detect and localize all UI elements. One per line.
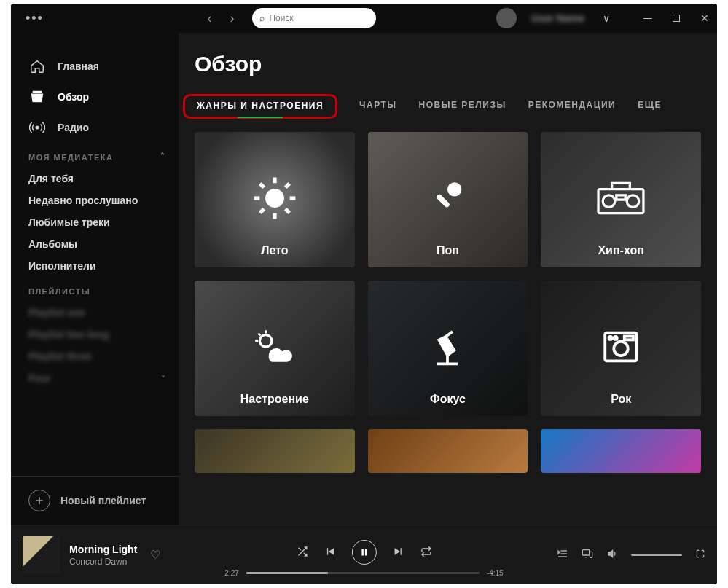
microphone-icon xyxy=(426,177,469,222)
tab-recommendations[interactable]: РЕКОМЕНДАЦИИ xyxy=(528,94,617,119)
tab-new-releases[interactable]: НОВЫЕ РЕЛИЗЫ xyxy=(419,94,506,119)
nav-back-button[interactable]: ‹ xyxy=(207,11,219,26)
nav-forward-button[interactable]: › xyxy=(230,11,241,26)
library-item-recently-played[interactable]: Недавно прослушано xyxy=(11,189,179,211)
tabs: ЖАНРЫ И НАСТРОЕНИЯ ЧАРТЫ НОВЫЕ РЕЛИЗЫ РЕ… xyxy=(195,94,701,119)
desk-lamp-icon xyxy=(427,326,468,370)
svg-rect-16 xyxy=(617,195,625,200)
svg-rect-32 xyxy=(590,552,592,557)
svg-rect-13 xyxy=(598,189,643,213)
genre-card-pop[interactable]: Поп xyxy=(368,132,528,267)
chevron-up-icon[interactable]: ˄ xyxy=(160,152,166,162)
track-title[interactable]: Morning Light xyxy=(69,544,137,555)
page-title: Обзор xyxy=(195,52,701,77)
account-menu-chevron-icon[interactable]: ∨ xyxy=(603,12,610,24)
svg-point-2 xyxy=(265,189,284,208)
window-close-button[interactable]: ✕ xyxy=(700,13,710,23)
svg-point-15 xyxy=(627,195,639,208)
album-cover[interactable] xyxy=(23,536,60,574)
queue-button[interactable] xyxy=(557,548,568,562)
tab-charts[interactable]: ЧАРТЫ xyxy=(359,94,397,119)
genre-card-label: Рок xyxy=(541,393,701,406)
playlist-item[interactable]: Playlist two long xyxy=(11,324,179,345)
search-box[interactable]: ⌕ xyxy=(252,8,376,28)
elapsed-time: 2:27 xyxy=(224,569,238,577)
library-item-for-you[interactable]: Для тебя xyxy=(11,168,179,189)
svg-rect-25 xyxy=(625,337,633,340)
svg-point-23 xyxy=(609,337,612,340)
window-maximize-button[interactable] xyxy=(671,13,681,23)
chevron-down-icon[interactable]: ˅ xyxy=(161,375,165,385)
fullscreen-button[interactable] xyxy=(695,549,705,561)
genre-card-label: Настроение xyxy=(195,393,355,406)
progress-bar[interactable] xyxy=(246,572,480,574)
new-playlist-button[interactable]: + Новый плейлист xyxy=(11,476,179,525)
library-item-artists[interactable]: Исполнители xyxy=(11,255,179,277)
shuffle-button[interactable] xyxy=(296,546,308,560)
sidebar: Главная Обзор Радио МОЯ МЕДИАТЕКА ˄ Для … xyxy=(11,33,179,525)
playlist-item[interactable]: Playlist one xyxy=(11,302,179,324)
genre-card-rock[interactable]: Рок xyxy=(541,281,701,416)
genre-card[interactable] xyxy=(541,429,701,473)
volume-bar[interactable] xyxy=(631,554,682,556)
genre-card-mood[interactable]: Настроение xyxy=(195,281,355,416)
genre-card-label: Лето xyxy=(195,244,355,257)
tab-more[interactable]: ЕЩЕ xyxy=(638,94,662,119)
avatar[interactable] xyxy=(496,8,517,28)
main-content: Обзор ЖАНРЫ И НАСТРОЕНИЯ ЧАРТЫ НОВЫЕ РЕЛ… xyxy=(179,33,717,525)
search-icon: ⌕ xyxy=(259,13,265,23)
guitar-amp-icon xyxy=(600,326,642,371)
playlists-section-title: ПЛЕЙЛИСТЫ xyxy=(11,277,179,302)
titlebar: ••• ‹ › ⌕ User Name ∨ ✕ xyxy=(11,4,717,33)
boombox-icon xyxy=(597,179,645,220)
genre-card-row-partial xyxy=(195,429,701,473)
cloud-sun-icon xyxy=(251,328,299,369)
svg-point-11 xyxy=(447,182,461,196)
previous-button[interactable] xyxy=(324,546,335,560)
library-item-albums[interactable]: Альбомы xyxy=(11,233,179,255)
next-button[interactable] xyxy=(392,546,404,560)
library-item-liked-songs[interactable]: Любимые треки xyxy=(11,211,179,233)
svg-point-14 xyxy=(603,195,615,208)
sidebar-nav-home[interactable]: Главная xyxy=(11,51,179,82)
devices-button[interactable] xyxy=(582,548,593,562)
plus-icon: + xyxy=(28,490,50,511)
window-minimize-button[interactable] xyxy=(643,13,653,23)
svg-point-1 xyxy=(36,126,39,129)
sidebar-nav-label: Обзор xyxy=(58,91,89,103)
track-artist[interactable]: Concord Dawn xyxy=(69,557,137,567)
genre-card[interactable] xyxy=(368,429,528,473)
username-label[interactable]: User Name xyxy=(531,12,584,24)
svg-rect-0 xyxy=(33,91,42,93)
svg-line-9 xyxy=(260,209,264,213)
new-playlist-label: Новый плейлист xyxy=(60,495,146,506)
search-input[interactable] xyxy=(269,13,356,23)
genre-card-hiphop[interactable]: Хип-хоп xyxy=(541,132,701,267)
playlist-item[interactable]: Playlist three xyxy=(11,345,179,367)
genre-card-label: Поп xyxy=(368,244,528,257)
genre-card-label: Фокус xyxy=(368,393,528,406)
playlist-list: Playlist one Playlist two long Playlist … xyxy=(11,302,179,389)
like-button[interactable]: ♡ xyxy=(150,548,160,562)
play-pause-button[interactable] xyxy=(351,540,376,565)
svg-line-8 xyxy=(286,209,289,213)
browse-icon xyxy=(28,88,46,106)
svg-rect-12 xyxy=(436,193,451,208)
svg-point-17 xyxy=(259,335,272,348)
repeat-button[interactable] xyxy=(420,546,431,560)
tab-genres-moods[interactable]: ЖАНРЫ И НАСТРОЕНИЯ xyxy=(183,94,337,119)
sidebar-nav-label: Радио xyxy=(58,122,89,133)
radio-icon xyxy=(28,119,46,136)
app-menu-button[interactable]: ••• xyxy=(26,11,44,26)
genre-card[interactable] xyxy=(195,429,355,473)
svg-line-10 xyxy=(286,184,289,187)
sidebar-nav-browse[interactable]: Обзор xyxy=(11,82,179,112)
playlist-item[interactable]: Four xyxy=(11,367,179,389)
svg-line-20 xyxy=(258,333,260,335)
sidebar-nav-radio[interactable]: Радио xyxy=(11,112,179,143)
svg-point-24 xyxy=(614,337,617,340)
genre-card-focus[interactable]: Фокус xyxy=(368,281,528,416)
svg-rect-27 xyxy=(364,549,367,556)
volume-button[interactable] xyxy=(606,548,618,562)
genre-card-summer[interactable]: Лето xyxy=(195,132,355,267)
